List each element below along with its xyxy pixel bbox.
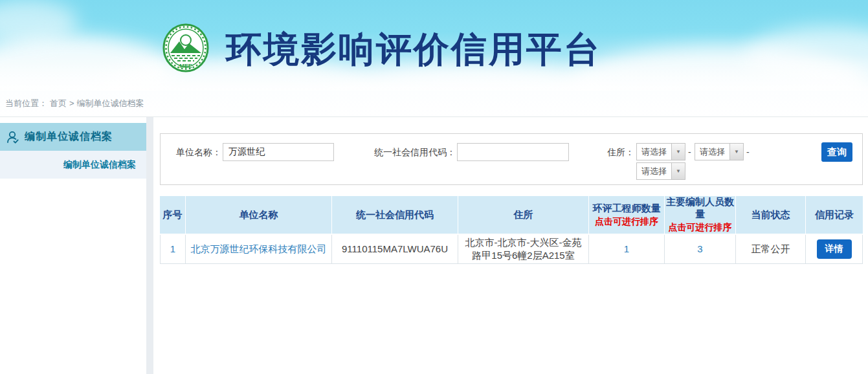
main-content: 单位名称： 统一社会信用代码： 住所： 请选择 ▼ - 请选择 ▼ - 请选择 …	[153, 117, 868, 374]
sidebar: 编制单位诚信档案 编制单位诚信档案	[0, 117, 146, 374]
cell-status: 正常公开	[736, 235, 806, 264]
user-check-icon	[6, 130, 20, 144]
company-name-input[interactable]	[223, 143, 334, 161]
page-body: 编制单位诚信档案 编制单位诚信档案 单位名称： 统一社会信用代码： 住所： 请选…	[0, 117, 868, 374]
table-row: 1 北京万源世纪环保科技有限公司 91110115MA7LWUA76U 北京市-…	[160, 235, 863, 264]
sidebar-subitem-label: 编制单位诚信档案	[63, 159, 136, 170]
address-city-select[interactable]: 请选择 ▼	[695, 143, 744, 160]
address-label: 住所：	[598, 143, 634, 161]
address-dash: -	[688, 143, 691, 161]
chevron-down-icon[interactable]: ▼	[729, 144, 743, 160]
query-button[interactable]: 查询	[821, 142, 852, 162]
engineer-count-link[interactable]: 1	[624, 243, 629, 254]
address-dash: -	[746, 143, 750, 161]
breadcrumb-home-link[interactable]: 首页	[50, 98, 67, 108]
credit-code-label: 统一社会信用代码：	[372, 143, 456, 161]
col-header-credit-record: 信用记录	[806, 196, 863, 235]
company-name-label: 单位名称：	[164, 143, 221, 161]
col-header-staff-count-label: 主要编制人员数量	[665, 196, 735, 221]
sidebar-subitem-credit-archive[interactable]: 编制单位诚信档案	[0, 151, 146, 179]
col-header-engineer-count[interactable]: 环评工程师数量 点击可进行排序	[589, 196, 665, 235]
site-title: 环境影响评价信用平台	[226, 26, 601, 74]
chevron-down-icon[interactable]: ▼	[671, 163, 685, 179]
chevron-down-icon[interactable]: ▼	[671, 144, 685, 160]
breadcrumb-prefix: 当前位置：	[5, 98, 47, 108]
select-value: 请选择	[637, 144, 671, 160]
sidebar-item-credit-archive-active[interactable]: 编制单位诚信档案	[0, 123, 146, 151]
sidebar-divider	[146, 117, 153, 374]
search-form: 单位名称： 统一社会信用代码： 住所： 请选择 ▼ - 请选择 ▼ - 请选择 …	[160, 133, 863, 185]
col-header-company: 单位名称	[186, 196, 332, 235]
col-header-engineer-count-label: 环评工程师数量	[589, 203, 664, 215]
table-header-row: 序号 单位名称 统一社会信用代码 住所 环评工程师数量 点击可进行排序 主要编制…	[160, 196, 863, 235]
breadcrumb-separator: >	[69, 98, 74, 108]
sidebar-item-label: 编制单位诚信档案	[25, 130, 113, 144]
page-header: MEE 环境影响评价信用平台 当前位置：首页>编制单位诚信档案	[0, 0, 868, 117]
col-header-status: 当前状态	[736, 196, 806, 235]
select-value: 请选择	[637, 163, 671, 179]
col-header-staff-count[interactable]: 主要编制人员数量 点击可进行排序	[665, 196, 736, 235]
address-district-select[interactable]: 请选择 ▼	[636, 162, 685, 180]
breadcrumb-current: 编制单位诚信档案	[77, 98, 144, 108]
sort-hint[interactable]: 点击可进行排序	[589, 216, 664, 228]
select-value: 请选择	[695, 144, 729, 160]
results-table: 序号 单位名称 统一社会信用代码 住所 环评工程师数量 点击可进行排序 主要编制…	[160, 196, 863, 264]
col-header-address: 住所	[458, 196, 589, 235]
logo-mee-text: MEE	[179, 63, 192, 69]
address-province-select[interactable]: 请选择 ▼	[636, 143, 685, 160]
col-header-code: 统一社会信用代码	[332, 196, 458, 235]
staff-count-link[interactable]: 3	[697, 243, 702, 254]
cell-index: 1	[160, 235, 186, 264]
col-header-index: 序号	[160, 196, 186, 235]
breadcrumb: 当前位置：首页>编制单位诚信档案	[0, 91, 868, 117]
mee-logo-icon: MEE	[161, 23, 210, 72]
detail-button[interactable]: 详情	[817, 239, 852, 259]
sort-hint[interactable]: 点击可进行排序	[665, 222, 735, 234]
company-link[interactable]: 北京万源世纪环保科技有限公司	[191, 243, 327, 254]
credit-code-input[interactable]	[457, 143, 569, 161]
cell-credit-code: 91110115MA7LWUA76U	[332, 235, 458, 264]
cell-address: 北京市-北京市-大兴区-金苑路甲15号6幢2层A215室	[458, 235, 589, 264]
